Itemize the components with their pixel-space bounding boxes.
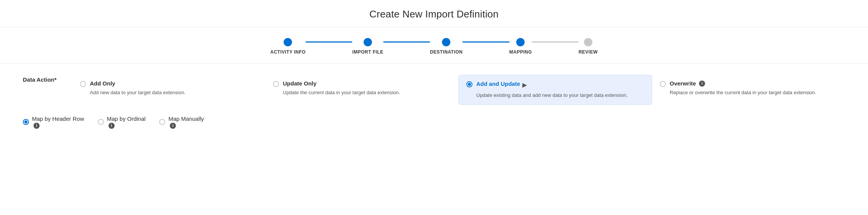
map-header-label: Map by Header Row i	[32, 115, 84, 129]
radio-overwrite-wrap	[660, 81, 666, 87]
step-label-destination: DESTINATION	[430, 49, 463, 55]
step-destination[interactable]: DESTINATION	[430, 38, 463, 55]
map-manually-text: Map Manually	[168, 115, 204, 122]
data-action-options: Add Only Add new data to your target dat…	[72, 75, 845, 105]
data-action-label: Data Action*	[23, 75, 72, 83]
option-add-update-title: Add and Update	[476, 81, 520, 87]
option-update-only-title: Update Only	[283, 80, 400, 87]
radio-map-ordinal[interactable]	[98, 119, 104, 125]
radio-update-only-wrap	[273, 81, 279, 87]
overwrite-info-icon[interactable]: i	[699, 81, 705, 87]
map-option-manually[interactable]: Map Manually i	[159, 115, 204, 129]
option-add-update-content: Add and Update ▶ Update existing data an…	[476, 81, 628, 99]
radio-add-only[interactable]	[80, 81, 86, 87]
option-add-only-desc: Add new data to your target data extensi…	[90, 89, 186, 96]
connector-1	[306, 41, 352, 43]
content-area: Data Action* Add Only Add new data to yo…	[0, 63, 868, 215]
map-ordinal-label: Map by Ordinal i	[107, 115, 146, 129]
option-update-only-content: Update Only Update the current data in y…	[283, 80, 400, 96]
map-header-info-icon[interactable]: i	[34, 123, 40, 129]
data-action-row: Data Action* Add Only Add new data to yo…	[23, 75, 845, 105]
option-add-only[interactable]: Add Only Add new data to your target dat…	[72, 75, 265, 102]
step-activity-info[interactable]: ACTIVITY INFO	[270, 38, 306, 55]
map-manually-info-icon[interactable]: i	[170, 123, 176, 129]
option-overwrite[interactable]: Overwrite i Replace or overwrite the cur…	[652, 75, 845, 102]
step-label-import-file: IMPORT FILE	[352, 49, 383, 55]
step-label-mapping: MAPPING	[509, 49, 532, 55]
radio-map-manually[interactable]	[159, 119, 165, 125]
radio-add-update-wrap	[466, 81, 472, 87]
step-circle-mapping	[516, 38, 525, 46]
radio-update-only[interactable]	[273, 81, 279, 87]
page-title: Create New Import Definition	[0, 8, 868, 20]
map-header-text: Map by Header Row	[32, 115, 84, 122]
option-overwrite-content: Overwrite i Replace or overwrite the cur…	[670, 80, 816, 96]
map-manually-label: Map Manually i	[168, 115, 204, 129]
radio-overwrite[interactable]	[660, 81, 666, 87]
map-option-ordinal[interactable]: Map by Ordinal i	[98, 115, 146, 129]
radio-add-and-update[interactable]	[466, 81, 472, 87]
map-header-info-row: i	[32, 123, 40, 129]
map-manually-info-row: i	[168, 123, 176, 129]
option-overwrite-title: Overwrite	[670, 80, 696, 87]
connector-4	[532, 41, 578, 43]
step-circle-review	[584, 38, 592, 46]
step-label-activity-info: ACTIVITY INFO	[270, 49, 306, 55]
cursor-icon: ▶	[522, 81, 527, 89]
map-ordinal-info-row: i	[107, 123, 115, 129]
option-add-and-update[interactable]: Add and Update ▶ Update existing data an…	[458, 75, 652, 105]
radio-map-header[interactable]	[23, 119, 29, 125]
radio-add-only-wrap	[80, 81, 86, 87]
step-import-file[interactable]: IMPORT FILE	[352, 38, 383, 55]
map-ordinal-info-icon[interactable]: i	[108, 123, 115, 129]
stepper-container: ACTIVITY INFO IMPORT FILE DESTINATION MA…	[0, 27, 868, 63]
option-overwrite-title-row: Overwrite i	[670, 80, 816, 87]
step-circle-destination	[442, 38, 450, 46]
connector-2	[383, 41, 430, 43]
stepper: ACTIVITY INFO IMPORT FILE DESTINATION MA…	[270, 38, 598, 55]
map-option-header-row[interactable]: Map by Header Row i	[23, 115, 84, 129]
option-overwrite-desc: Replace or overwrite the current data in…	[670, 89, 816, 96]
step-circle-activity-info	[284, 38, 292, 46]
step-circle-import-file	[364, 38, 372, 46]
step-label-review: REVIEW	[579, 49, 598, 55]
map-ordinal-text: Map by Ordinal	[107, 115, 146, 122]
option-add-only-content: Add Only Add new data to your target dat…	[90, 80, 186, 96]
step-mapping[interactable]: MAPPING	[509, 38, 532, 55]
page-title-bar: Create New Import Definition	[0, 0, 868, 27]
option-add-only-title: Add Only	[90, 80, 186, 87]
option-update-only[interactable]: Update Only Update the current data in y…	[265, 75, 458, 102]
option-update-only-desc: Update the current data in your target d…	[283, 89, 400, 96]
connector-3	[463, 41, 509, 43]
option-add-update-desc: Update existing data and add new data to…	[476, 92, 628, 99]
step-review[interactable]: REVIEW	[579, 38, 598, 55]
mapping-row: Map by Header Row i Map by Ordinal i	[23, 115, 845, 129]
page-wrapper: Create New Import Definition ACTIVITY IN…	[0, 0, 868, 215]
